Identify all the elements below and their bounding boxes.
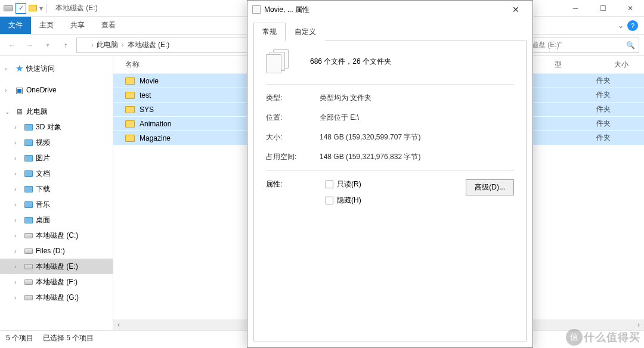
dialog-summary-row: 686 个文件，26 个文件夹 xyxy=(266,49,514,73)
watermark: 值 什么值得买 xyxy=(566,329,640,346)
attributes-row: 属性: 只读(R) 隐藏(H) 高级(D)... xyxy=(266,179,514,206)
navigation-pane: ›★快速访问 ›▣OneDrive ⌄🖥此电脑 ›3D 对象 ›视频 ›图片 ›… xyxy=(0,56,113,330)
search-icon[interactable]: 🔍 xyxy=(626,41,635,49)
pc-icon: 🖥 xyxy=(14,107,24,116)
dialog-summary: 686 个文件，26 个文件夹 xyxy=(310,57,391,67)
column-size[interactable]: 大小 xyxy=(614,60,628,70)
nav-back-button[interactable]: ← xyxy=(5,38,19,52)
folder-icon xyxy=(125,106,135,113)
chevron-right-icon[interactable]: › xyxy=(14,263,21,270)
nav-forward-button[interactable]: → xyxy=(23,38,37,52)
breadcrumb-drive[interactable]: 本地磁盘 (E:) xyxy=(128,40,170,50)
label-size-on-disk: 占用空间: xyxy=(266,152,320,162)
chevron-right-icon[interactable]: › xyxy=(14,279,21,285)
folder-icon xyxy=(24,155,33,161)
chevron-right-icon[interactable]: › xyxy=(14,139,21,146)
attribute-checks: 只读(R) 隐藏(H) xyxy=(326,179,361,206)
tab-general[interactable]: 常规 xyxy=(253,23,286,41)
nav-drive-d[interactable]: ›Files (D:) xyxy=(0,243,113,259)
nav-quick-access[interactable]: ›★快速访问 xyxy=(0,61,113,76)
folder-icon xyxy=(24,139,33,146)
collapse-ribbon-icon[interactable]: ⌄ xyxy=(618,21,624,30)
value-size: 148 GB (159,320,599,707 字节) xyxy=(320,132,514,142)
tab-file[interactable]: 文件 xyxy=(0,17,31,34)
label-type: 类型: xyxy=(266,93,320,103)
nav-history-dropdown[interactable]: ▼ xyxy=(41,38,55,52)
nav-drive-g[interactable]: ›本地磁盘 (G:) xyxy=(0,290,113,305)
close-button[interactable]: ✕ xyxy=(617,0,644,17)
chevron-right-icon[interactable]: › xyxy=(91,42,93,48)
value-size-on-disk: 148 GB (159,321,976,832 字节) xyxy=(320,152,514,162)
chevron-right-icon[interactable]: › xyxy=(14,217,21,223)
dialog-properties-grid: 类型: 类型均为 文件夹 位置: 全部位于 E:\ 大小: 148 GB (15… xyxy=(266,93,514,162)
folder-icon xyxy=(24,217,33,223)
chevron-right-icon[interactable]: › xyxy=(5,87,12,94)
chevron-right-icon[interactable]: › xyxy=(14,124,21,130)
chevron-right-icon[interactable]: › xyxy=(5,66,12,72)
chevron-right-icon[interactable]: › xyxy=(14,201,21,208)
separator xyxy=(47,4,47,13)
drive-icon xyxy=(79,42,88,48)
nav-music[interactable]: ›音乐 xyxy=(0,197,113,212)
minimize-button[interactable]: ─ xyxy=(562,0,589,17)
chevron-right-icon[interactable]: › xyxy=(14,170,21,177)
column-type[interactable]: 型 xyxy=(555,60,590,70)
checkbox-readonly[interactable]: 只读(R) xyxy=(326,179,361,189)
scroll-right-icon[interactable]: › xyxy=(633,321,644,329)
tab-view[interactable]: 查看 xyxy=(93,17,124,34)
chevron-right-icon[interactable]: › xyxy=(14,186,21,192)
drive-icon xyxy=(24,264,33,269)
status-selected-count: 已选择 5 个项目 xyxy=(43,333,94,343)
nav-3d-objects[interactable]: ›3D 对象 xyxy=(0,119,113,135)
divider xyxy=(266,170,514,171)
advanced-button[interactable]: 高级(D)... xyxy=(466,179,514,195)
nav-onedrive[interactable]: ›▣OneDrive xyxy=(0,82,113,98)
chevron-down-icon[interactable]: ⌄ xyxy=(5,108,12,115)
drive-icon xyxy=(24,233,33,238)
tab-home[interactable]: 主页 xyxy=(31,17,62,34)
dialog-title: Movie, ... 属性 xyxy=(264,5,309,15)
chevron-right-icon[interactable]: › xyxy=(14,155,21,161)
nav-videos[interactable]: ›视频 xyxy=(0,135,113,150)
drive-icon xyxy=(24,295,33,300)
chevron-right-icon[interactable]: › xyxy=(14,232,21,239)
chevron-right-icon[interactable]: › xyxy=(14,294,21,301)
nav-this-pc[interactable]: ⌄🖥此电脑 xyxy=(0,104,113,119)
help-icon[interactable]: ? xyxy=(627,20,638,31)
cloud-icon: ▣ xyxy=(14,85,24,95)
breadcrumb-pc[interactable]: 此电脑 xyxy=(97,40,118,50)
tab-share[interactable]: 共享 xyxy=(62,17,93,34)
chevron-right-icon[interactable]: › xyxy=(14,248,21,254)
scroll-left-icon[interactable]: ‹ xyxy=(113,321,124,329)
tab-custom[interactable]: 自定义 xyxy=(286,23,325,41)
checkbox-hidden[interactable]: 隐藏(H) xyxy=(326,195,361,206)
dialog-titlebar[interactable]: Movie, ... 属性 ✕ xyxy=(247,1,532,18)
maximize-button[interactable]: ☐ xyxy=(589,0,617,17)
folder-icon xyxy=(29,5,37,11)
multi-file-icon xyxy=(266,49,292,73)
chevron-right-icon[interactable]: › xyxy=(122,42,123,48)
drive-icon xyxy=(24,279,33,285)
window-title: 本地磁盘 (E:) xyxy=(52,3,98,13)
dialog-close-button[interactable]: ✕ xyxy=(504,5,528,14)
nav-drive-c[interactable]: ›本地磁盘 (C:) xyxy=(0,228,113,243)
search-input[interactable]: 地磁盘 (E:)" 🔍 xyxy=(520,38,639,53)
qat-dropdown-icon[interactable]: ▾ xyxy=(39,4,43,13)
watermark-badge: 值 xyxy=(566,329,583,346)
folder-icon xyxy=(24,186,33,192)
label-size: 大小: xyxy=(266,132,320,142)
star-icon: ★ xyxy=(14,64,24,73)
nav-pictures[interactable]: ›图片 xyxy=(0,150,113,166)
folder-icon xyxy=(24,201,33,208)
nav-drive-f[interactable]: ›本地磁盘 (F:) xyxy=(0,274,113,290)
folder-icon xyxy=(125,120,135,128)
folder-icon xyxy=(125,92,135,99)
nav-downloads[interactable]: ›下载 xyxy=(0,181,113,197)
drive-icon xyxy=(4,5,13,11)
nav-up-button[interactable]: ↑ xyxy=(58,38,73,52)
nav-desktop[interactable]: ›桌面 xyxy=(0,212,113,228)
nav-documents[interactable]: ›文档 xyxy=(0,166,113,181)
nav-drive-e[interactable]: ›本地磁盘 (E:) xyxy=(0,259,113,274)
qat-checked-icon[interactable]: ✓ xyxy=(16,3,26,14)
drive-icon xyxy=(24,248,33,254)
